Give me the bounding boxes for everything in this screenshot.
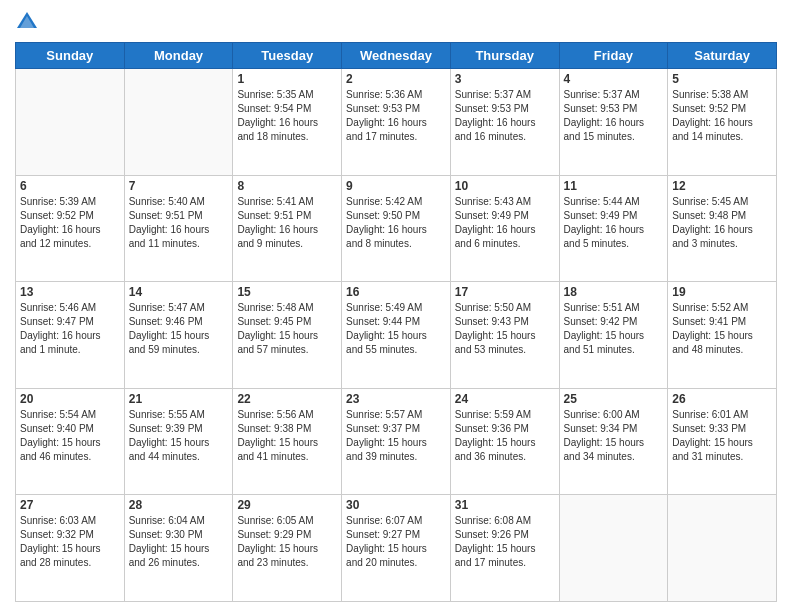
day-number: 12 — [672, 179, 772, 193]
header — [15, 10, 777, 34]
day-header-sunday: Sunday — [16, 43, 125, 69]
calendar-cell: 8Sunrise: 5:41 AMSunset: 9:51 PMDaylight… — [233, 175, 342, 282]
day-number: 5 — [672, 72, 772, 86]
calendar-cell: 28Sunrise: 6:04 AMSunset: 9:30 PMDayligh… — [124, 495, 233, 602]
day-content: Sunrise: 5:43 AMSunset: 9:49 PMDaylight:… — [455, 195, 555, 251]
day-number: 18 — [564, 285, 664, 299]
day-content: Sunrise: 5:41 AMSunset: 9:51 PMDaylight:… — [237, 195, 337, 251]
day-content: Sunrise: 5:48 AMSunset: 9:45 PMDaylight:… — [237, 301, 337, 357]
logo-icon — [15, 10, 39, 34]
calendar-cell: 24Sunrise: 5:59 AMSunset: 9:36 PMDayligh… — [450, 388, 559, 495]
day-content: Sunrise: 5:46 AMSunset: 9:47 PMDaylight:… — [20, 301, 120, 357]
day-content: Sunrise: 5:37 AMSunset: 9:53 PMDaylight:… — [564, 88, 664, 144]
calendar-header-row: SundayMondayTuesdayWednesdayThursdayFrid… — [16, 43, 777, 69]
day-number: 31 — [455, 498, 555, 512]
calendar-cell: 19Sunrise: 5:52 AMSunset: 9:41 PMDayligh… — [668, 282, 777, 389]
calendar-cell: 22Sunrise: 5:56 AMSunset: 9:38 PMDayligh… — [233, 388, 342, 495]
day-header-wednesday: Wednesday — [342, 43, 451, 69]
day-number: 10 — [455, 179, 555, 193]
day-number: 13 — [20, 285, 120, 299]
calendar-week-1: 6Sunrise: 5:39 AMSunset: 9:52 PMDaylight… — [16, 175, 777, 282]
calendar-cell: 5Sunrise: 5:38 AMSunset: 9:52 PMDaylight… — [668, 69, 777, 176]
day-number: 23 — [346, 392, 446, 406]
day-number: 15 — [237, 285, 337, 299]
day-content: Sunrise: 6:00 AMSunset: 9:34 PMDaylight:… — [564, 408, 664, 464]
day-number: 14 — [129, 285, 229, 299]
day-content: Sunrise: 5:44 AMSunset: 9:49 PMDaylight:… — [564, 195, 664, 251]
day-number: 27 — [20, 498, 120, 512]
day-number: 20 — [20, 392, 120, 406]
calendar-cell: 10Sunrise: 5:43 AMSunset: 9:49 PMDayligh… — [450, 175, 559, 282]
calendar-cell: 12Sunrise: 5:45 AMSunset: 9:48 PMDayligh… — [668, 175, 777, 282]
day-content: Sunrise: 5:45 AMSunset: 9:48 PMDaylight:… — [672, 195, 772, 251]
day-header-friday: Friday — [559, 43, 668, 69]
day-content: Sunrise: 5:36 AMSunset: 9:53 PMDaylight:… — [346, 88, 446, 144]
day-content: Sunrise: 5:56 AMSunset: 9:38 PMDaylight:… — [237, 408, 337, 464]
day-content: Sunrise: 6:05 AMSunset: 9:29 PMDaylight:… — [237, 514, 337, 570]
day-number: 25 — [564, 392, 664, 406]
day-number: 6 — [20, 179, 120, 193]
calendar-cell — [124, 69, 233, 176]
day-content: Sunrise: 6:03 AMSunset: 9:32 PMDaylight:… — [20, 514, 120, 570]
calendar-cell — [559, 495, 668, 602]
calendar-cell: 29Sunrise: 6:05 AMSunset: 9:29 PMDayligh… — [233, 495, 342, 602]
day-number: 3 — [455, 72, 555, 86]
logo — [15, 10, 43, 34]
calendar-cell: 14Sunrise: 5:47 AMSunset: 9:46 PMDayligh… — [124, 282, 233, 389]
day-content: Sunrise: 5:39 AMSunset: 9:52 PMDaylight:… — [20, 195, 120, 251]
calendar-cell — [668, 495, 777, 602]
calendar-cell: 20Sunrise: 5:54 AMSunset: 9:40 PMDayligh… — [16, 388, 125, 495]
day-content: Sunrise: 5:50 AMSunset: 9:43 PMDaylight:… — [455, 301, 555, 357]
day-number: 19 — [672, 285, 772, 299]
calendar-cell: 25Sunrise: 6:00 AMSunset: 9:34 PMDayligh… — [559, 388, 668, 495]
day-number: 2 — [346, 72, 446, 86]
calendar-cell: 4Sunrise: 5:37 AMSunset: 9:53 PMDaylight… — [559, 69, 668, 176]
day-number: 8 — [237, 179, 337, 193]
calendar-cell: 15Sunrise: 5:48 AMSunset: 9:45 PMDayligh… — [233, 282, 342, 389]
calendar-cell: 31Sunrise: 6:08 AMSunset: 9:26 PMDayligh… — [450, 495, 559, 602]
day-content: Sunrise: 5:42 AMSunset: 9:50 PMDaylight:… — [346, 195, 446, 251]
day-content: Sunrise: 5:35 AMSunset: 9:54 PMDaylight:… — [237, 88, 337, 144]
day-content: Sunrise: 5:57 AMSunset: 9:37 PMDaylight:… — [346, 408, 446, 464]
day-number: 29 — [237, 498, 337, 512]
day-number: 16 — [346, 285, 446, 299]
day-number: 22 — [237, 392, 337, 406]
day-content: Sunrise: 6:01 AMSunset: 9:33 PMDaylight:… — [672, 408, 772, 464]
calendar-cell: 11Sunrise: 5:44 AMSunset: 9:49 PMDayligh… — [559, 175, 668, 282]
calendar-cell: 18Sunrise: 5:51 AMSunset: 9:42 PMDayligh… — [559, 282, 668, 389]
day-content: Sunrise: 5:37 AMSunset: 9:53 PMDaylight:… — [455, 88, 555, 144]
calendar-table: SundayMondayTuesdayWednesdayThursdayFrid… — [15, 42, 777, 602]
day-number: 24 — [455, 392, 555, 406]
day-number: 17 — [455, 285, 555, 299]
day-number: 1 — [237, 72, 337, 86]
calendar-cell: 2Sunrise: 5:36 AMSunset: 9:53 PMDaylight… — [342, 69, 451, 176]
day-content: Sunrise: 5:55 AMSunset: 9:39 PMDaylight:… — [129, 408, 229, 464]
calendar-cell: 9Sunrise: 5:42 AMSunset: 9:50 PMDaylight… — [342, 175, 451, 282]
day-number: 30 — [346, 498, 446, 512]
day-number: 28 — [129, 498, 229, 512]
day-content: Sunrise: 5:51 AMSunset: 9:42 PMDaylight:… — [564, 301, 664, 357]
day-header-saturday: Saturday — [668, 43, 777, 69]
day-number: 7 — [129, 179, 229, 193]
day-content: Sunrise: 5:52 AMSunset: 9:41 PMDaylight:… — [672, 301, 772, 357]
calendar-cell: 3Sunrise: 5:37 AMSunset: 9:53 PMDaylight… — [450, 69, 559, 176]
day-number: 26 — [672, 392, 772, 406]
calendar-week-2: 13Sunrise: 5:46 AMSunset: 9:47 PMDayligh… — [16, 282, 777, 389]
calendar-week-3: 20Sunrise: 5:54 AMSunset: 9:40 PMDayligh… — [16, 388, 777, 495]
day-content: Sunrise: 6:08 AMSunset: 9:26 PMDaylight:… — [455, 514, 555, 570]
day-header-thursday: Thursday — [450, 43, 559, 69]
calendar-cell: 13Sunrise: 5:46 AMSunset: 9:47 PMDayligh… — [16, 282, 125, 389]
day-content: Sunrise: 5:54 AMSunset: 9:40 PMDaylight:… — [20, 408, 120, 464]
day-number: 21 — [129, 392, 229, 406]
calendar-cell: 1Sunrise: 5:35 AMSunset: 9:54 PMDaylight… — [233, 69, 342, 176]
day-content: Sunrise: 6:07 AMSunset: 9:27 PMDaylight:… — [346, 514, 446, 570]
day-content: Sunrise: 5:59 AMSunset: 9:36 PMDaylight:… — [455, 408, 555, 464]
calendar-week-0: 1Sunrise: 5:35 AMSunset: 9:54 PMDaylight… — [16, 69, 777, 176]
calendar-cell: 17Sunrise: 5:50 AMSunset: 9:43 PMDayligh… — [450, 282, 559, 389]
calendar-cell: 26Sunrise: 6:01 AMSunset: 9:33 PMDayligh… — [668, 388, 777, 495]
day-content: Sunrise: 5:47 AMSunset: 9:46 PMDaylight:… — [129, 301, 229, 357]
calendar-week-4: 27Sunrise: 6:03 AMSunset: 9:32 PMDayligh… — [16, 495, 777, 602]
day-content: Sunrise: 6:04 AMSunset: 9:30 PMDaylight:… — [129, 514, 229, 570]
calendar-cell — [16, 69, 125, 176]
day-header-tuesday: Tuesday — [233, 43, 342, 69]
